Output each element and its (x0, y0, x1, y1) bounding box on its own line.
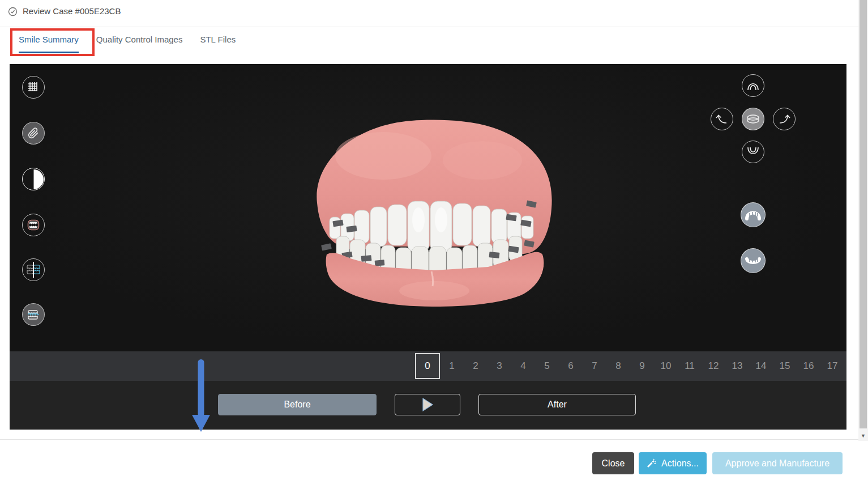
timeline-step-17[interactable]: 17 (820, 351, 844, 381)
timeline-step-4[interactable]: 4 (511, 351, 535, 381)
before-button[interactable]: Before (218, 394, 377, 415)
attachments-paperclip-icon[interactable] (22, 122, 45, 145)
timeline-step-5[interactable]: 5 (535, 351, 559, 381)
close-button[interactable]: Close (592, 452, 634, 474)
3d-viewer-panel: 0 1 2 3 4 5 6 7 8 9 10 11 12 13 14 15 16… (10, 64, 846, 430)
footer-divider (0, 439, 868, 440)
timeline-step-14[interactable]: 14 (749, 351, 773, 381)
teeth-3d-model (296, 104, 573, 308)
actions-button-label: Actions... (661, 458, 699, 469)
after-button[interactable]: After (478, 394, 636, 415)
tab-stl-files[interactable]: STL Files (200, 28, 236, 53)
aligner-overlay-icon[interactable] (22, 303, 45, 326)
scrollbar-thumb[interactable] (860, 0, 867, 428)
tab-quality-control-images[interactable]: Quality Control Images (96, 28, 183, 53)
timeline-step-6[interactable]: 6 (559, 351, 583, 381)
timeline-step-15[interactable]: 15 (773, 351, 797, 381)
front-view-icon[interactable] (742, 108, 764, 130)
lower-jaw-occlusal-icon[interactable] (741, 248, 766, 273)
dialog-header: Review Case #005E23CB (0, 0, 868, 27)
rotate-right-icon[interactable] (773, 108, 796, 130)
timeline-step-11[interactable]: 11 (678, 351, 702, 381)
timeline-step-0[interactable]: 0 (415, 353, 440, 379)
midline-icon[interactable] (22, 258, 45, 281)
paperclip-glyph (28, 128, 39, 139)
review-case-dialog: Review Case #005E23CB Smile Summary Qual… (0, 0, 868, 480)
midline-glyph (25, 261, 41, 278)
grid-icon-glyph (27, 81, 40, 94)
timeline-steps: 0 1 2 3 4 5 6 7 8 9 10 11 12 13 14 15 16… (415, 351, 844, 381)
tab-bar: Smile Summary Quality Control Images STL… (0, 28, 868, 57)
upper-jaw-glyph (745, 209, 762, 221)
approve-and-manufacture-button[interactable]: Approve and Manufacture (712, 452, 843, 474)
timeline-step-12[interactable]: 12 (702, 351, 725, 381)
treatment-timeline: 0 1 2 3 4 5 6 7 8 9 10 11 12 13 14 15 16… (10, 351, 846, 381)
timeline-step-8[interactable]: 8 (606, 351, 630, 381)
grid-icon[interactable] (22, 76, 45, 99)
upper-arch-glyph (746, 79, 760, 92)
tab-smile-summary[interactable]: Smile Summary (19, 28, 79, 53)
aligner-glyph (26, 307, 41, 322)
upper-arch-view-icon[interactable] (742, 74, 764, 97)
timeline-step-16[interactable]: 16 (797, 351, 820, 381)
rotate-left-glyph (715, 112, 729, 126)
3d-model-canvas[interactable] (10, 64, 846, 351)
play-icon (422, 397, 433, 412)
actions-button[interactable]: Actions... (639, 452, 707, 474)
timeline-step-1[interactable]: 1 (440, 351, 464, 381)
lower-arch-view-icon[interactable] (742, 141, 764, 163)
lower-arch-glyph (746, 145, 760, 159)
timeline-step-10[interactable]: 10 (654, 351, 678, 381)
lower-jaw-glyph (745, 254, 762, 267)
timeline-step-2[interactable]: 2 (464, 351, 488, 381)
contrast-icon[interactable] (22, 168, 45, 190)
timeline-step-7[interactable]: 7 (583, 351, 606, 381)
gums-visibility-icon[interactable] (22, 214, 45, 236)
rotate-left-icon[interactable] (711, 108, 733, 130)
upper-jaw-occlusal-icon[interactable] (741, 202, 766, 227)
timeline-step-13[interactable]: 13 (725, 351, 749, 381)
gums-glyph (26, 218, 41, 232)
contrast-glyph (23, 169, 44, 190)
timeline-step-3[interactable]: 3 (488, 351, 511, 381)
rotate-right-glyph (777, 112, 791, 126)
front-view-glyph (745, 112, 761, 126)
page-title: Review Case #005E23CB (23, 6, 121, 16)
check-circle-icon (8, 7, 18, 16)
timeline-step-9[interactable]: 9 (630, 351, 654, 381)
scrollbar-down-arrow-icon[interactable]: ▼ (858, 431, 868, 441)
playback-bar: Before After (10, 381, 846, 430)
magic-wand-icon (647, 458, 656, 468)
vertical-scrollbar[interactable]: ▼ (858, 0, 868, 441)
play-button[interactable] (395, 394, 460, 415)
